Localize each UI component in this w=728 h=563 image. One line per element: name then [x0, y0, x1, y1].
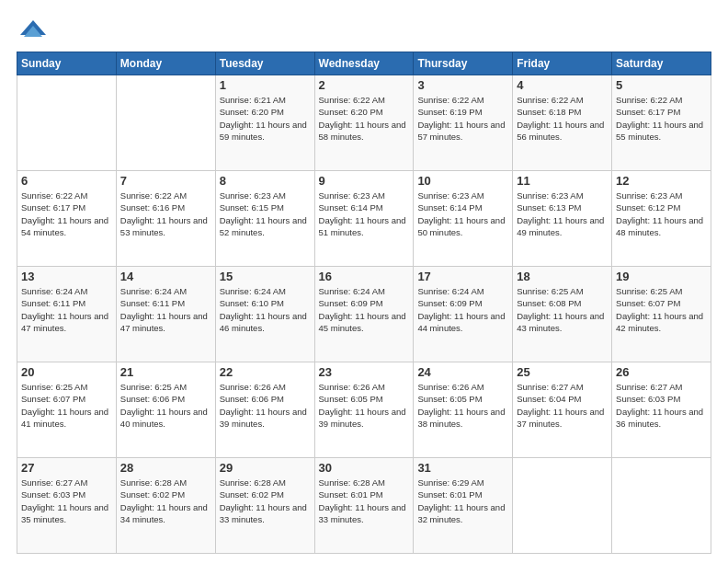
sunrise-text: Sunrise: 6:27 AM: [21, 477, 87, 488]
sunset-text: Sunset: 6:02 PM: [120, 489, 185, 500]
daylight-text: Daylight: 11 hours and 33 minutes.: [220, 502, 307, 524]
sunset-text: Sunset: 6:20 PM: [319, 107, 383, 117]
day-info: Sunrise: 6:25 AM Sunset: 6:08 PM Dayligh…: [517, 285, 608, 334]
day-number: 3: [417, 78, 508, 92]
day-info: Sunrise: 6:27 AM Sunset: 6:04 PM Dayligh…: [517, 381, 608, 430]
day-number: 15: [220, 270, 311, 283]
daylight-text: Daylight: 11 hours and 59 minutes.: [220, 120, 307, 142]
daylight-text: Daylight: 11 hours and 32 minutes.: [417, 502, 505, 524]
sunrise-text: Sunrise: 6:26 AM: [220, 382, 286, 392]
calendar-day-cell: 30 Sunrise: 6:28 AM Sunset: 6:01 PM Dayl…: [314, 458, 414, 554]
sunset-text: Sunset: 6:03 PM: [21, 489, 85, 500]
day-number: 28: [120, 461, 211, 475]
day-info: Sunrise: 6:28 AM Sunset: 6:01 PM Dayligh…: [319, 477, 410, 525]
calendar-week-row: 20 Sunrise: 6:25 AM Sunset: 6:07 PM Dayl…: [17, 362, 711, 458]
daylight-text: Daylight: 11 hours and 58 minutes.: [319, 120, 406, 142]
daylight-text: Daylight: 11 hours and 49 minutes.: [517, 215, 604, 237]
calendar-day-cell: 21 Sunrise: 6:25 AM Sunset: 6:06 PM Dayl…: [116, 362, 215, 458]
sunset-text: Sunset: 6:03 PM: [616, 394, 680, 404]
calendar-day-cell: 15 Sunrise: 6:24 AM Sunset: 6:10 PM Dayl…: [215, 267, 314, 362]
sunrise-text: Sunrise: 6:26 AM: [417, 382, 483, 392]
weekday-header: Wednesday: [314, 52, 414, 75]
sunrise-text: Sunrise: 6:24 AM: [319, 286, 385, 296]
day-number: 23: [319, 365, 410, 379]
day-info: Sunrise: 6:24 AM Sunset: 6:11 PM Dayligh…: [21, 285, 112, 334]
sunrise-text: Sunrise: 6:23 AM: [616, 190, 682, 201]
day-number: 14: [120, 270, 211, 283]
day-info: Sunrise: 6:27 AM Sunset: 6:03 PM Dayligh…: [21, 477, 112, 525]
daylight-text: Daylight: 11 hours and 40 minutes.: [120, 407, 208, 429]
calendar-day-cell: 24 Sunrise: 6:26 AM Sunset: 6:05 PM Dayl…: [414, 362, 513, 458]
daylight-text: Daylight: 11 hours and 33 minutes.: [319, 502, 406, 524]
day-info: Sunrise: 6:22 AM Sunset: 6:17 PM Dayligh…: [616, 94, 707, 143]
calendar-day-cell: 29 Sunrise: 6:28 AM Sunset: 6:02 PM Dayl…: [215, 458, 314, 554]
day-info: Sunrise: 6:28 AM Sunset: 6:02 PM Dayligh…: [120, 477, 211, 525]
day-number: 8: [220, 174, 311, 188]
sunset-text: Sunset: 6:05 PM: [319, 394, 383, 404]
calendar-day-cell: 10 Sunrise: 6:23 AM Sunset: 6:14 PM Dayl…: [414, 171, 513, 267]
weekday-header: Thursday: [414, 52, 513, 75]
day-number: 10: [417, 174, 508, 188]
day-number: 25: [517, 365, 608, 379]
day-info: Sunrise: 6:29 AM Sunset: 6:01 PM Dayligh…: [417, 477, 508, 525]
calendar-day-cell: [17, 75, 117, 171]
day-number: 4: [517, 78, 608, 92]
sunset-text: Sunset: 6:09 PM: [319, 298, 383, 308]
calendar-day-cell: 14 Sunrise: 6:24 AM Sunset: 6:11 PM Dayl…: [116, 267, 215, 362]
day-info: Sunrise: 6:25 AM Sunset: 6:07 PM Dayligh…: [616, 285, 707, 334]
sunrise-text: Sunrise: 6:27 AM: [616, 382, 682, 392]
daylight-text: Daylight: 11 hours and 52 minutes.: [220, 215, 307, 237]
calendar-day-cell: 11 Sunrise: 6:23 AM Sunset: 6:13 PM Dayl…: [513, 171, 612, 267]
sunset-text: Sunset: 6:07 PM: [616, 298, 680, 308]
calendar-day-cell: 4 Sunrise: 6:22 AM Sunset: 6:18 PM Dayli…: [513, 75, 612, 171]
day-info: Sunrise: 6:23 AM Sunset: 6:12 PM Dayligh…: [616, 190, 707, 238]
sunset-text: Sunset: 6:07 PM: [21, 394, 85, 404]
calendar-day-cell: 31 Sunrise: 6:29 AM Sunset: 6:01 PM Dayl…: [414, 458, 513, 554]
day-number: 18: [517, 270, 608, 283]
day-info: Sunrise: 6:22 AM Sunset: 6:18 PM Dayligh…: [517, 94, 608, 143]
daylight-text: Daylight: 11 hours and 47 minutes.: [21, 311, 108, 333]
sunset-text: Sunset: 6:01 PM: [319, 489, 383, 500]
daylight-text: Daylight: 11 hours and 56 minutes.: [517, 120, 604, 142]
sunrise-text: Sunrise: 6:23 AM: [220, 190, 286, 201]
sunset-text: Sunset: 6:19 PM: [417, 107, 482, 117]
calendar-day-cell: [612, 458, 711, 554]
daylight-text: Daylight: 11 hours and 36 minutes.: [616, 407, 703, 429]
sunset-text: Sunset: 6:09 PM: [417, 298, 482, 308]
sunrise-text: Sunrise: 6:27 AM: [517, 382, 583, 392]
calendar-day-cell: 25 Sunrise: 6:27 AM Sunset: 6:04 PM Dayl…: [513, 362, 612, 458]
calendar-week-row: 27 Sunrise: 6:27 AM Sunset: 6:03 PM Dayl…: [17, 458, 711, 554]
sunset-text: Sunset: 6:05 PM: [417, 394, 482, 404]
sunset-text: Sunset: 6:08 PM: [517, 298, 581, 308]
day-number: 9: [319, 174, 410, 188]
daylight-text: Daylight: 11 hours and 43 minutes.: [517, 311, 604, 333]
day-info: Sunrise: 6:22 AM Sunset: 6:20 PM Dayligh…: [319, 94, 410, 143]
calendar-day-cell: 18 Sunrise: 6:25 AM Sunset: 6:08 PM Dayl…: [513, 267, 612, 362]
daylight-text: Daylight: 11 hours and 45 minutes.: [319, 311, 406, 333]
day-info: Sunrise: 6:24 AM Sunset: 6:09 PM Dayligh…: [319, 285, 410, 334]
sunrise-text: Sunrise: 6:22 AM: [517, 95, 583, 105]
calendar-day-cell: 6 Sunrise: 6:22 AM Sunset: 6:17 PM Dayli…: [17, 171, 117, 267]
sunset-text: Sunset: 6:13 PM: [517, 202, 581, 213]
sunrise-text: Sunrise: 6:22 AM: [616, 95, 682, 105]
day-number: 5: [616, 78, 707, 92]
day-info: Sunrise: 6:22 AM Sunset: 6:19 PM Dayligh…: [417, 94, 508, 143]
daylight-text: Daylight: 11 hours and 50 minutes.: [417, 215, 505, 237]
weekday-header: Monday: [116, 52, 215, 75]
sunset-text: Sunset: 6:06 PM: [120, 394, 185, 404]
calendar-week-row: 13 Sunrise: 6:24 AM Sunset: 6:11 PM Dayl…: [17, 267, 711, 362]
calendar-day-cell: 17 Sunrise: 6:24 AM Sunset: 6:09 PM Dayl…: [414, 267, 513, 362]
sunrise-text: Sunrise: 6:29 AM: [417, 477, 483, 488]
calendar-day-cell: 26 Sunrise: 6:27 AM Sunset: 6:03 PM Dayl…: [612, 362, 711, 458]
day-info: Sunrise: 6:23 AM Sunset: 6:14 PM Dayligh…: [319, 190, 410, 238]
day-number: 29: [220, 461, 311, 475]
day-number: 27: [21, 461, 112, 475]
day-info: Sunrise: 6:24 AM Sunset: 6:11 PM Dayligh…: [120, 285, 211, 334]
sunset-text: Sunset: 6:18 PM: [517, 107, 581, 117]
calendar-day-cell: 5 Sunrise: 6:22 AM Sunset: 6:17 PM Dayli…: [612, 75, 711, 171]
sunrise-text: Sunrise: 6:22 AM: [319, 95, 385, 105]
day-info: Sunrise: 6:27 AM Sunset: 6:03 PM Dayligh…: [616, 381, 707, 430]
calendar-day-cell: 3 Sunrise: 6:22 AM Sunset: 6:19 PM Dayli…: [414, 75, 513, 171]
daylight-text: Daylight: 11 hours and 39 minutes.: [220, 407, 307, 429]
daylight-text: Daylight: 11 hours and 37 minutes.: [517, 407, 604, 429]
